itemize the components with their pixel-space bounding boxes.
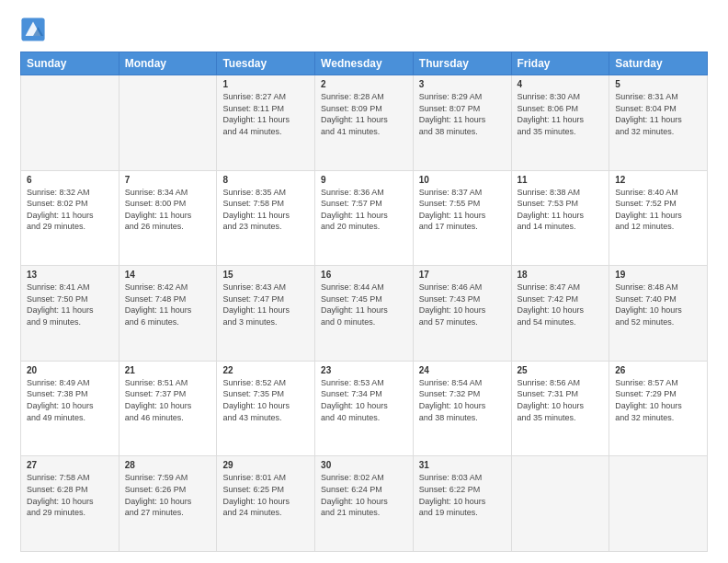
day-info: Sunrise: 8:37 AM Sunset: 7:55 PM Dayligh…	[419, 187, 506, 233]
day-number: 1	[222, 79, 309, 89]
day-info: Sunrise: 8:30 AM Sunset: 8:06 PM Dayligh…	[518, 91, 604, 137]
calendar-cell: 19Sunrise: 8:48 AM Sunset: 7:40 PM Dayli…	[609, 266, 708, 362]
day-info: Sunrise: 8:38 AM Sunset: 7:53 PM Dayligh…	[518, 187, 604, 233]
calendar-row: 20Sunrise: 8:49 AM Sunset: 7:38 PM Dayli…	[21, 361, 708, 456]
day-info: Sunrise: 8:49 AM Sunset: 7:38 PM Dayligh…	[27, 377, 113, 423]
day-info: Sunrise: 8:31 AM Sunset: 8:04 PM Dayligh…	[615, 91, 701, 137]
day-number: 6	[27, 175, 113, 185]
day-number: 12	[615, 175, 701, 185]
calendar-cell: 12Sunrise: 8:40 AM Sunset: 7:52 PM Dayli…	[609, 170, 708, 266]
weekday-header: Saturday	[609, 52, 708, 75]
calendar-row: 27Sunrise: 7:58 AM Sunset: 6:28 PM Dayli…	[21, 456, 708, 552]
day-info: Sunrise: 8:27 AM Sunset: 8:11 PM Dayligh…	[222, 91, 309, 137]
calendar-cell	[21, 75, 119, 171]
calendar-cell: 29Sunrise: 8:01 AM Sunset: 6:25 PM Dayli…	[217, 456, 315, 552]
day-info: Sunrise: 8:40 AM Sunset: 7:52 PM Dayligh…	[615, 187, 701, 233]
calendar-cell: 8Sunrise: 8:35 AM Sunset: 7:58 PM Daylig…	[217, 170, 315, 266]
calendar-cell: 30Sunrise: 8:02 AM Sunset: 6:24 PM Dayli…	[315, 456, 414, 552]
day-number: 20	[27, 365, 113, 375]
day-info: Sunrise: 8:43 AM Sunset: 7:47 PM Dayligh…	[222, 282, 309, 327]
day-number: 19	[615, 270, 701, 280]
day-number: 3	[419, 79, 506, 89]
calendar-cell: 6Sunrise: 8:32 AM Sunset: 8:02 PM Daylig…	[21, 170, 119, 266]
calendar-cell: 23Sunrise: 8:53 AM Sunset: 7:34 PM Dayli…	[315, 361, 414, 456]
day-number: 9	[321, 175, 407, 185]
day-number: 30	[321, 460, 407, 470]
day-number: 18	[518, 270, 604, 280]
logo-icon	[20, 17, 46, 42]
day-info: Sunrise: 8:51 AM Sunset: 7:37 PM Dayligh…	[125, 377, 211, 423]
calendar-row: 1Sunrise: 8:27 AM Sunset: 8:11 PM Daylig…	[21, 75, 708, 171]
calendar-row: 13Sunrise: 8:41 AM Sunset: 7:50 PM Dayli…	[21, 266, 708, 362]
calendar-cell: 22Sunrise: 8:52 AM Sunset: 7:35 PM Dayli…	[217, 361, 315, 456]
day-info: Sunrise: 7:59 AM Sunset: 6:26 PM Dayligh…	[125, 472, 211, 518]
calendar-cell: 5Sunrise: 8:31 AM Sunset: 8:04 PM Daylig…	[609, 75, 708, 171]
day-info: Sunrise: 8:28 AM Sunset: 8:09 PM Dayligh…	[321, 91, 407, 137]
weekday-header: Tuesday	[217, 52, 315, 75]
logo	[20, 17, 50, 42]
day-info: Sunrise: 8:03 AM Sunset: 6:22 PM Dayligh…	[419, 472, 506, 518]
day-number: 4	[518, 79, 604, 89]
calendar-cell: 15Sunrise: 8:43 AM Sunset: 7:47 PM Dayli…	[217, 266, 315, 362]
day-number: 21	[125, 365, 211, 375]
calendar-cell: 17Sunrise: 8:46 AM Sunset: 7:43 PM Dayli…	[413, 266, 511, 362]
day-number: 26	[615, 365, 701, 375]
calendar-cell: 20Sunrise: 8:49 AM Sunset: 7:38 PM Dayli…	[21, 361, 119, 456]
calendar-header-row: SundayMondayTuesdayWednesdayThursdayFrid…	[21, 52, 708, 75]
day-info: Sunrise: 8:47 AM Sunset: 7:42 PM Dayligh…	[518, 282, 604, 327]
weekday-header: Friday	[511, 52, 609, 75]
calendar-cell: 14Sunrise: 8:42 AM Sunset: 7:48 PM Dayli…	[119, 266, 217, 362]
calendar-cell: 9Sunrise: 8:36 AM Sunset: 7:57 PM Daylig…	[315, 170, 414, 266]
day-info: Sunrise: 8:46 AM Sunset: 7:43 PM Dayligh…	[419, 282, 506, 327]
day-info: Sunrise: 8:41 AM Sunset: 7:50 PM Dayligh…	[27, 282, 113, 327]
calendar-cell: 31Sunrise: 8:03 AM Sunset: 6:22 PM Dayli…	[413, 456, 511, 552]
day-number: 5	[615, 79, 701, 89]
day-number: 10	[419, 175, 506, 185]
calendar-cell: 13Sunrise: 8:41 AM Sunset: 7:50 PM Dayli…	[21, 266, 119, 362]
calendar-cell: 10Sunrise: 8:37 AM Sunset: 7:55 PM Dayli…	[413, 170, 511, 266]
calendar-cell: 3Sunrise: 8:29 AM Sunset: 8:07 PM Daylig…	[413, 75, 511, 171]
day-number: 15	[222, 270, 309, 280]
day-number: 14	[125, 270, 211, 280]
day-info: Sunrise: 8:42 AM Sunset: 7:48 PM Dayligh…	[125, 282, 211, 327]
calendar-cell: 16Sunrise: 8:44 AM Sunset: 7:45 PM Dayli…	[315, 266, 414, 362]
calendar-row: 6Sunrise: 8:32 AM Sunset: 8:02 PM Daylig…	[21, 170, 708, 266]
calendar-cell	[609, 456, 708, 552]
day-number: 13	[27, 270, 113, 280]
day-number: 27	[27, 460, 113, 470]
day-info: Sunrise: 8:29 AM Sunset: 8:07 PM Dayligh…	[419, 91, 506, 137]
day-number: 31	[419, 460, 506, 470]
day-info: Sunrise: 8:01 AM Sunset: 6:25 PM Dayligh…	[222, 472, 309, 518]
day-number: 24	[419, 365, 506, 375]
day-info: Sunrise: 8:02 AM Sunset: 6:24 PM Dayligh…	[321, 472, 407, 518]
day-info: Sunrise: 8:32 AM Sunset: 8:02 PM Dayligh…	[27, 187, 113, 233]
day-number: 29	[222, 460, 309, 470]
day-number: 8	[222, 175, 309, 185]
day-number: 22	[222, 365, 309, 375]
day-info: Sunrise: 8:52 AM Sunset: 7:35 PM Dayligh…	[222, 377, 309, 423]
weekday-header: Thursday	[413, 52, 511, 75]
calendar-cell: 1Sunrise: 8:27 AM Sunset: 8:11 PM Daylig…	[217, 75, 315, 171]
day-number: 17	[419, 270, 506, 280]
day-number: 25	[518, 365, 604, 375]
calendar-cell: 28Sunrise: 7:59 AM Sunset: 6:26 PM Dayli…	[119, 456, 217, 552]
calendar-cell	[119, 75, 217, 171]
day-info: Sunrise: 8:44 AM Sunset: 7:45 PM Dayligh…	[321, 282, 407, 327]
day-number: 11	[518, 175, 604, 185]
day-info: Sunrise: 8:56 AM Sunset: 7:31 PM Dayligh…	[518, 377, 604, 423]
day-info: Sunrise: 8:57 AM Sunset: 7:29 PM Dayligh…	[615, 377, 701, 423]
calendar-cell: 2Sunrise: 8:28 AM Sunset: 8:09 PM Daylig…	[315, 75, 414, 171]
weekday-header: Sunday	[21, 52, 119, 75]
calendar-cell: 26Sunrise: 8:57 AM Sunset: 7:29 PM Dayli…	[609, 361, 708, 456]
day-info: Sunrise: 8:54 AM Sunset: 7:32 PM Dayligh…	[419, 377, 506, 423]
weekday-header: Wednesday	[315, 52, 414, 75]
calendar-cell: 25Sunrise: 8:56 AM Sunset: 7:31 PM Dayli…	[511, 361, 609, 456]
calendar-table: SundayMondayTuesdayWednesdayThursdayFrid…	[20, 52, 708, 552]
page-header	[20, 17, 708, 42]
day-number: 28	[125, 460, 211, 470]
day-number: 7	[125, 175, 211, 185]
day-info: Sunrise: 8:34 AM Sunset: 8:00 PM Dayligh…	[125, 187, 211, 233]
day-info: Sunrise: 7:58 AM Sunset: 6:28 PM Dayligh…	[27, 472, 113, 518]
day-number: 23	[321, 365, 407, 375]
day-info: Sunrise: 8:36 AM Sunset: 7:57 PM Dayligh…	[321, 187, 407, 233]
